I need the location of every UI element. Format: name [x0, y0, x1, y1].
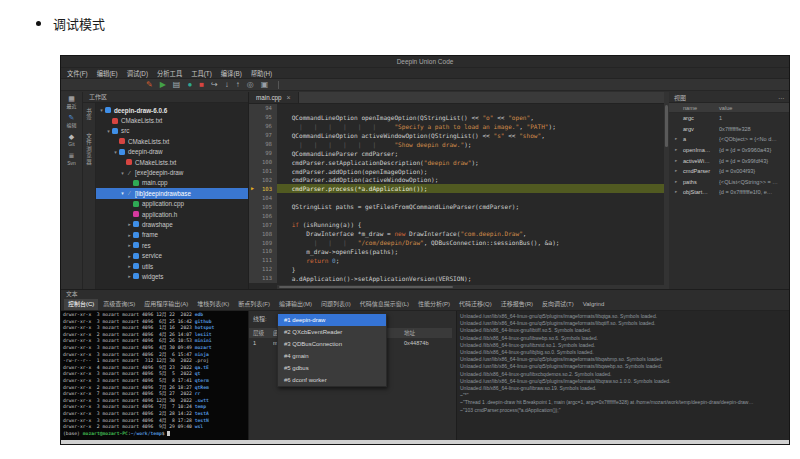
variable-row[interactable]: argv0x7fffffffe328: [669, 124, 789, 135]
dock-item-svn[interactable]: ≣Svn: [61, 152, 82, 166]
console-terminal[interactable]: drwxr-xr-x 3 mozart mozart 4096 12月 22 2…: [61, 311, 248, 441]
expander-icon[interactable]: ▸: [675, 147, 677, 152]
tree-expander-icon[interactable]: ▸: [126, 253, 133, 259]
thread-option[interactable]: #2 QXcbEventReader: [278, 326, 386, 338]
menu-item[interactable]: 编辑(E): [97, 69, 118, 78]
close-icon[interactable]: ×: [287, 94, 291, 101]
step-out-icon[interactable]: ↑: [236, 81, 240, 89]
bottom-tab[interactable]: 编译输出(M): [275, 299, 316, 310]
window-title[interactable]: Deepin Union Code: [61, 56, 789, 68]
gutter-line-number[interactable]: 111: [249, 256, 277, 265]
bottom-tab[interactable]: 代码迁移(Q): [455, 299, 496, 310]
gutter-line-number[interactable]: 99: [249, 149, 277, 158]
tree-item[interactable]: ▸frame: [96, 230, 248, 240]
gutter-line-number[interactable]: 94: [249, 104, 277, 113]
memory-view-icon[interactable]: ▣: [261, 81, 269, 89]
gutter-line-number[interactable]: 96: [249, 122, 277, 131]
gutter-line-number[interactable]: 106: [249, 211, 277, 220]
tree-item[interactable]: ▸res: [96, 240, 248, 250]
editor-tab-main-cpp[interactable]: main.cpp ×: [249, 92, 299, 103]
tree-item[interactable]: ▸service: [96, 250, 248, 260]
step-into-icon[interactable]: ↓: [225, 81, 229, 89]
tree-item[interactable]: ▸utils: [96, 261, 248, 271]
tree-item[interactable]: CMakeLists.txt: [96, 157, 248, 167]
expander-icon[interactable]: ▸: [675, 179, 677, 184]
gutter-line-number[interactable]: 108: [249, 229, 277, 238]
variable-row[interactable]: ▸a{<QObject> = {<No d…: [669, 134, 789, 145]
menu-item[interactable]: 工具(T): [191, 69, 212, 78]
bottom-tab[interactable]: 断点列表(F): [234, 299, 274, 310]
menu-item[interactable]: 编译(B): [221, 69, 242, 78]
variable-row[interactable]: argc1: [669, 113, 789, 124]
stop-icon[interactable]: ■: [199, 81, 204, 89]
tree-expander-icon[interactable]: ▸: [126, 242, 133, 248]
menu-item[interactable]: 帮助(H): [251, 69, 272, 78]
tree-item[interactable]: ▾deepin-draw: [96, 147, 248, 157]
scrollbar-thumb[interactable]: [665, 105, 668, 147]
menu-item[interactable]: 调试(D): [127, 69, 148, 78]
bottom-tab[interactable]: 堆栈列表(K): [193, 299, 233, 310]
gutter-line-number[interactable]: 105: [249, 202, 277, 211]
project-tree[interactable]: ▾deepin-draw-6.0.6CMakeLists.txt▾srcCMak…: [96, 103, 248, 289]
tree-expander-icon[interactable]: ▾: [119, 190, 126, 196]
tree-expander-icon[interactable]: ▾: [98, 107, 105, 113]
tree-item[interactable]: application.h: [96, 209, 248, 219]
bottom-tab[interactable]: 迁移报告(R): [497, 299, 537, 310]
bottom-tab[interactable]: 性能分析(P): [414, 299, 454, 310]
tree-item[interactable]: main.cpp: [96, 178, 248, 188]
debugger-log[interactable]: Unloaded /usr/lib/x86_64-linux-gnu/qt5/p…: [456, 311, 789, 441]
thread-option[interactable]: #1 deepin-draw: [278, 314, 386, 326]
gutter-line-number[interactable]: 103▶: [249, 184, 277, 193]
tree-expander-icon[interactable]: ▸: [126, 221, 133, 227]
tree-expander-icon[interactable]: ▸: [126, 273, 133, 279]
thread-dropdown[interactable]: #1 deepin-draw#2 QXcbEventReader#3 QDBus…: [277, 313, 387, 387]
bottom-tab[interactable]: 问题列表(I): [317, 299, 355, 310]
tree-item[interactable]: ▸drawshape: [96, 219, 248, 229]
tree-item[interactable]: CMakeLists.txt: [96, 136, 248, 146]
gutter-line-number[interactable]: 113: [249, 274, 277, 283]
interrupt-icon[interactable]: ◎: [247, 81, 254, 89]
gutter-line-number[interactable]: 98: [249, 140, 277, 149]
variable-row[interactable]: ▸paths{<QList<QString>> = …: [669, 177, 789, 188]
workspace-vertical-tab[interactable]: 文件浏览器: [85, 133, 93, 166]
tree-expander-icon[interactable]: ▾: [119, 170, 126, 176]
variable-row[interactable]: ▸openIma…{d = {d = 0x9960a43}: [669, 145, 789, 156]
thread-option[interactable]: #6 dconf worker: [278, 374, 386, 386]
thread-option[interactable]: #3 QDBusConnection: [278, 338, 386, 350]
tree-expander-icon[interactable]: ▸: [126, 232, 133, 238]
gutter-line-number[interactable]: 101: [249, 167, 277, 176]
gutter-line-number[interactable]: 100: [249, 158, 277, 167]
menu-item[interactable]: 文件(F): [67, 69, 88, 78]
variable-row[interactable]: ▸cmdParser{d = 0x004f93}: [669, 166, 789, 177]
debug-state-icon[interactable]: ●: [187, 81, 192, 89]
gutter-line-number[interactable]: 104: [249, 193, 277, 202]
expander-icon[interactable]: ▸: [675, 168, 677, 173]
tree-expander-icon[interactable]: ▸: [126, 263, 133, 269]
workspace-vertical-tab[interactable]: 书签: [85, 108, 93, 121]
menu-item[interactable]: 分析工具: [157, 69, 182, 78]
expander-icon[interactable]: ▸: [675, 136, 677, 141]
bottom-tab[interactable]: 控制台(C): [64, 299, 98, 310]
gutter-line-number[interactable]: 95: [249, 113, 277, 122]
gutter-line-number[interactable]: 102: [249, 176, 277, 185]
variable-row[interactable]: ▸objStart…{d = 0x7fffffffe1f0, e…: [669, 187, 789, 198]
bottom-tab[interactable]: 代码信息提示窗(L): [356, 299, 413, 310]
debug-continue-icon[interactable]: ▶: [160, 81, 166, 89]
code-area[interactable]: 9495 QCommandLineOption openImageOption(…: [249, 104, 664, 285]
attach-icon[interactable]: ▤: [173, 81, 181, 89]
expander-icon[interactable]: ▸: [675, 158, 677, 163]
gutter-line-number[interactable]: 97: [249, 131, 277, 140]
panel-menu-icon[interactable]: ⋯: [778, 94, 784, 101]
thread-option[interactable]: #5 gdbus: [278, 362, 386, 374]
bottom-tab[interactable]: 高级查询(S): [99, 299, 139, 310]
bottom-tab[interactable]: 应用程序输出(A): [140, 299, 192, 310]
gutter-line-number[interactable]: 112: [249, 265, 277, 274]
tree-item[interactable]: ▾∕[exe]deepin-draw: [96, 167, 248, 177]
tree-item[interactable]: ▾∕[lib]deepindrawbase: [96, 188, 248, 198]
step-over-icon[interactable]: ↪: [211, 81, 218, 89]
expander-icon[interactable]: ▸: [675, 189, 677, 194]
gutter-line-number[interactable]: 109: [249, 238, 277, 247]
tree-item[interactable]: ▾src: [96, 126, 248, 136]
build-icon[interactable]: ✎: [146, 81, 153, 89]
gutter-line-number[interactable]: 110: [249, 247, 277, 256]
